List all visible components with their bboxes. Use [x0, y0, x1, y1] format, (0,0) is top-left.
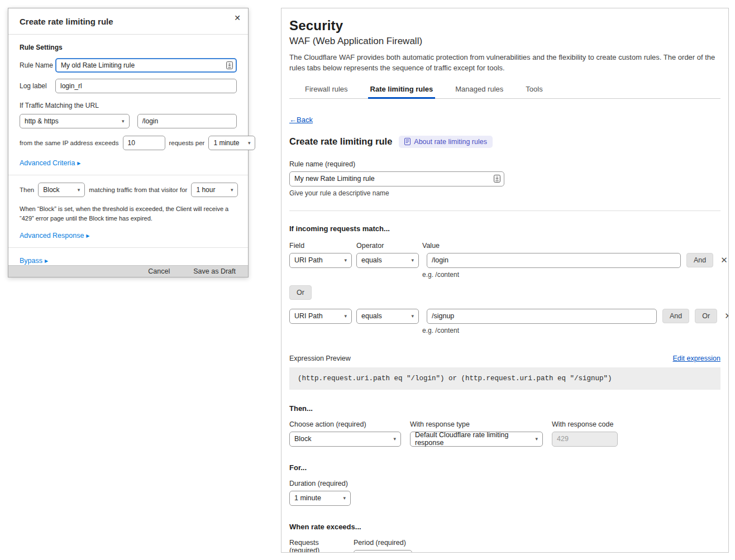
traffic-match-label: If Traffic Matching the URL: [20, 102, 237, 109]
block-note: When “Block” is set, when the threshold …: [20, 204, 237, 223]
rule-name-label: Rule name (required): [289, 160, 720, 168]
back-arrow-icon: ←: [289, 116, 297, 124]
choose-action-label: Choose action (required): [289, 420, 401, 428]
rule-name-helper: Give your rule a descriptive name: [289, 189, 720, 197]
response-code-input: [552, 432, 618, 447]
triangle-right-icon: ▶: [86, 233, 89, 238]
response-type-select[interactable]: Default Cloudflare rate limiting respons…: [410, 432, 543, 447]
expression-preview-label: Expression Preview: [289, 355, 351, 362]
save-as-draft-button[interactable]: Save as Draft: [193, 267, 236, 275]
value-helper: e.g. /content: [422, 327, 720, 334]
then-section-heading: Then...: [289, 404, 720, 413]
waf-tabs: Firewall rules Rate limiting rules Manag…: [289, 85, 720, 99]
period-label: Period (required): [354, 539, 412, 547]
dialog-header: Create rate limiting rule ✕: [8, 8, 248, 35]
about-rate-limiting-rules-badge[interactable]: About rate limiting rules: [399, 136, 493, 148]
and-button[interactable]: And: [662, 309, 689, 323]
match-section-heading: If incoming requests match...: [289, 224, 720, 233]
page-subtitle: WAF (Web Application Firewall): [289, 36, 720, 47]
value-helper: e.g. /content: [422, 271, 720, 279]
triangle-right-icon: ▶: [77, 161, 80, 166]
url-pattern-input[interactable]: [137, 114, 237, 128]
then-label: Then: [20, 186, 34, 193]
expression-preview-code: (http.request.uri.path eq "/login") or (…: [289, 367, 720, 390]
divider: [8, 247, 248, 248]
chevron-down-icon: ▾: [535, 436, 538, 442]
rate-section-heading: When rate exceeds...: [289, 523, 720, 531]
dialog-body: Rule Settings Rule Name Log label If Tra…: [8, 35, 248, 265]
chevron-down-icon: ▾: [344, 257, 347, 263]
tab-tools[interactable]: Tools: [524, 85, 543, 98]
cancel-button[interactable]: Cancel: [148, 267, 170, 275]
security-waf-panel: Security WAF (Web Application Firewall) …: [281, 8, 729, 553]
rule-name-input[interactable]: [289, 171, 504, 186]
rule-name-input[interactable]: [55, 58, 237, 73]
operator-column-label: Operator: [356, 242, 422, 250]
tab-firewall-rules[interactable]: Firewall rules: [304, 85, 349, 98]
advanced-response-link[interactable]: Advanced Response ▶: [20, 232, 90, 240]
log-label-input[interactable]: [55, 79, 237, 93]
for-section-heading: For...: [289, 463, 720, 472]
chevron-down-icon: ▾: [343, 495, 346, 501]
value-input[interactable]: [427, 253, 681, 268]
duration-select[interactable]: 1 minute ▾: [289, 491, 351, 506]
create-rate-limiting-rule-dialog: Create rate limiting rule ✕ Rule Setting…: [8, 8, 249, 277]
tab-rate-limiting-rules[interactable]: Rate limiting rules: [369, 85, 435, 98]
create-rule-heading: Create rate limiting rule: [289, 136, 392, 147]
remove-row-icon[interactable]: ✕: [720, 255, 728, 265]
chevron-down-icon: ▾: [78, 187, 80, 193]
action-select[interactable]: Block ▾: [289, 432, 401, 447]
field-column-label: Field: [289, 242, 356, 250]
page-description: The Cloudflare WAF provides both automat…: [289, 52, 717, 74]
matching-traffic-text: matching traffic from that visitor for: [89, 186, 187, 193]
or-button[interactable]: Or: [289, 285, 312, 300]
requests-per-text: requests per: [169, 140, 205, 146]
close-icon[interactable]: ✕: [234, 14, 241, 22]
block-duration-select[interactable]: 1 hour ▾: [191, 183, 238, 197]
field-select[interactable]: URI Path ▾: [289, 253, 352, 268]
chevron-down-icon: ▾: [344, 313, 347, 319]
autofill-icon[interactable]: [226, 61, 233, 69]
duration-label: Duration (required): [289, 480, 720, 487]
log-label-label: Log label: [20, 82, 55, 90]
chevron-down-icon: ▾: [393, 436, 396, 442]
divider: [289, 210, 720, 211]
period-select[interactable]: 1 minute ▾: [354, 550, 412, 553]
dialog-title: Create rate limiting rule: [20, 17, 113, 26]
page-title: Security: [289, 18, 720, 33]
rule-settings-heading: Rule Settings: [20, 44, 237, 51]
advanced-criteria-link[interactable]: Advanced Criteria ▶: [20, 159, 81, 167]
response-type-label: With response type: [410, 420, 543, 428]
chevron-down-icon: ▾: [411, 257, 414, 263]
scheme-select[interactable]: http & https ▾: [20, 114, 130, 128]
match-row: URI Path ▾ equals ▾ And Or ✕: [289, 309, 720, 324]
value-column-label: Value: [422, 242, 440, 250]
or-button[interactable]: Or: [695, 309, 717, 323]
autofill-icon[interactable]: [494, 175, 500, 183]
response-code-label: With response code: [552, 420, 618, 428]
remove-row-icon[interactable]: ✕: [724, 311, 729, 321]
field-select[interactable]: URI Path ▾: [289, 309, 352, 324]
bypass-link[interactable]: Bypass ▶: [20, 257, 48, 265]
and-button[interactable]: And: [686, 253, 713, 267]
chevron-down-icon: ▾: [231, 187, 233, 193]
tab-managed-rules[interactable]: Managed rules: [454, 85, 504, 98]
edit-expression-link[interactable]: Edit expression: [673, 355, 720, 362]
requests-count-input[interactable]: [123, 136, 165, 150]
operator-select[interactable]: equals ▾: [356, 309, 419, 324]
value-input[interactable]: [427, 309, 657, 324]
match-row: URI Path ▾ equals ▾ And ✕: [289, 253, 720, 268]
action-select[interactable]: Block ▾: [38, 183, 85, 197]
divider: [8, 175, 248, 175]
operator-select[interactable]: equals ▾: [356, 253, 419, 268]
document-icon: [404, 138, 411, 145]
period-select[interactable]: 1 minute ▾: [208, 136, 255, 150]
triangle-right-icon: ▶: [45, 259, 48, 264]
chevron-down-icon: ▾: [122, 118, 125, 124]
exceeds-text: from the same IP address exceeds: [20, 140, 119, 146]
dialog-footer: Cancel Save as Draft: [8, 265, 248, 277]
chevron-down-icon: ▾: [248, 140, 251, 146]
chevron-down-icon: ▾: [411, 313, 414, 319]
back-link[interactable]: ←Back: [289, 116, 313, 124]
requests-label: Requests (required): [289, 539, 348, 553]
